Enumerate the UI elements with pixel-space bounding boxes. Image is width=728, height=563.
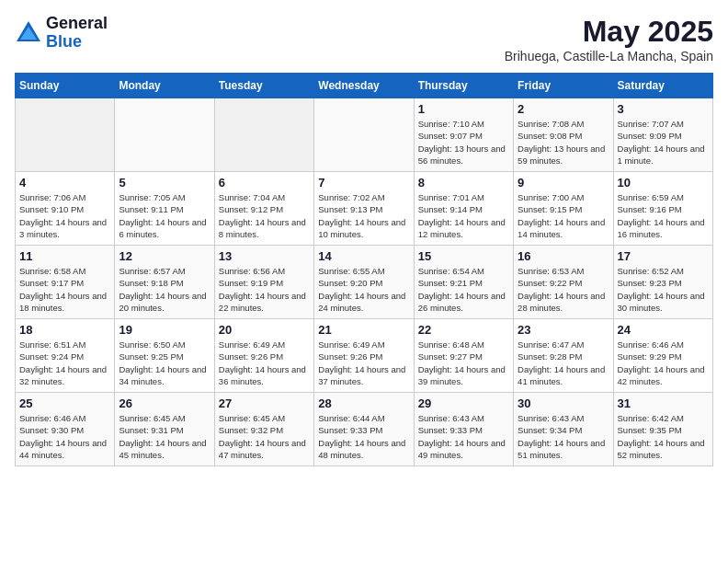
day-number: 28 [318, 396, 409, 410]
day-number: 11 [19, 249, 110, 263]
day-info: Sunrise: 6:56 AMSunset: 9:19 PMDaylight:… [219, 265, 310, 314]
day-info: Sunrise: 6:59 AMSunset: 9:16 PMDaylight:… [618, 191, 709, 240]
day-number: 12 [119, 249, 210, 263]
calendar-day-cell [314, 98, 414, 172]
calendar-day-cell: 21Sunrise: 6:49 AMSunset: 9:26 PMDayligh… [314, 319, 414, 393]
day-info: Sunrise: 6:42 AMSunset: 9:35 PMDaylight:… [618, 412, 709, 461]
calendar-week-row: 18Sunrise: 6:51 AMSunset: 9:24 PMDayligh… [16, 319, 713, 393]
day-number: 26 [119, 396, 210, 410]
day-number: 29 [418, 396, 509, 410]
day-info: Sunrise: 7:00 AMSunset: 9:15 PMDaylight:… [518, 191, 609, 240]
calendar-day-cell [214, 98, 313, 172]
calendar-day-cell: 31Sunrise: 6:42 AMSunset: 9:35 PMDayligh… [613, 393, 712, 466]
calendar-day-cell: 18Sunrise: 6:51 AMSunset: 9:24 PMDayligh… [16, 319, 115, 393]
day-info: Sunrise: 6:46 AMSunset: 9:29 PMDaylight:… [618, 339, 709, 387]
calendar-day-cell: 16Sunrise: 6:53 AMSunset: 9:22 PMDayligh… [514, 246, 613, 319]
calendar-day-cell [115, 98, 214, 172]
calendar-table: SundayMondayTuesdayWednesdayThursdayFrid… [15, 73, 713, 466]
day-info: Sunrise: 7:10 AMSunset: 9:07 PMDaylight:… [418, 118, 509, 167]
day-info: Sunrise: 6:44 AMSunset: 9:33 PMDaylight:… [318, 412, 409, 461]
calendar-week-row: 11Sunrise: 6:58 AMSunset: 9:17 PMDayligh… [16, 246, 713, 319]
day-header: Sunday [16, 74, 115, 98]
day-info: Sunrise: 6:58 AMSunset: 9:17 PMDaylight:… [19, 265, 110, 314]
day-number: 22 [418, 323, 509, 337]
day-info: Sunrise: 6:45 AMSunset: 9:32 PMDaylight:… [219, 412, 310, 461]
day-info: Sunrise: 6:57 AMSunset: 9:18 PMDaylight:… [119, 265, 210, 314]
day-number: 25 [19, 396, 110, 410]
day-info: Sunrise: 7:05 AMSunset: 9:11 PMDaylight:… [119, 191, 210, 240]
day-header: Tuesday [214, 74, 313, 98]
day-number: 4 [19, 176, 110, 190]
calendar-week-row: 1Sunrise: 7:10 AMSunset: 9:07 PMDaylight… [16, 98, 713, 172]
calendar-day-cell: 7Sunrise: 7:02 AMSunset: 9:13 PMDaylight… [314, 172, 414, 246]
calendar-day-cell: 9Sunrise: 7:00 AMSunset: 9:15 PMDaylight… [514, 172, 613, 246]
day-info: Sunrise: 7:02 AMSunset: 9:13 PMDaylight:… [318, 191, 409, 240]
day-header: Wednesday [314, 74, 414, 98]
calendar-day-cell: 3Sunrise: 7:07 AMSunset: 9:09 PMDaylight… [613, 98, 712, 172]
calendar-week-row: 25Sunrise: 6:46 AMSunset: 9:30 PMDayligh… [16, 393, 713, 466]
day-info: Sunrise: 6:46 AMSunset: 9:30 PMDaylight:… [19, 412, 110, 461]
calendar-day-cell: 14Sunrise: 6:55 AMSunset: 9:20 PMDayligh… [314, 246, 414, 319]
calendar-day-cell: 26Sunrise: 6:45 AMSunset: 9:31 PMDayligh… [115, 393, 214, 466]
calendar-day-cell: 17Sunrise: 6:52 AMSunset: 9:23 PMDayligh… [613, 246, 712, 319]
day-info: Sunrise: 6:51 AMSunset: 9:24 PMDaylight:… [19, 339, 110, 387]
day-number: 14 [318, 249, 409, 263]
day-number: 31 [618, 396, 709, 410]
calendar-day-cell: 23Sunrise: 6:47 AMSunset: 9:28 PMDayligh… [514, 319, 613, 393]
day-number: 3 [618, 102, 709, 116]
day-info: Sunrise: 6:54 AMSunset: 9:21 PMDaylight:… [418, 265, 509, 314]
day-number: 17 [618, 249, 709, 263]
day-number: 5 [119, 176, 210, 190]
logo-general: General [46, 15, 108, 33]
calendar-day-cell: 29Sunrise: 6:43 AMSunset: 9:33 PMDayligh… [414, 393, 513, 466]
day-number: 15 [418, 249, 509, 263]
day-info: Sunrise: 6:48 AMSunset: 9:27 PMDaylight:… [418, 339, 509, 387]
day-number: 19 [119, 323, 210, 337]
calendar-day-cell: 28Sunrise: 6:44 AMSunset: 9:33 PMDayligh… [314, 393, 414, 466]
day-header: Saturday [613, 74, 712, 98]
calendar-day-cell: 30Sunrise: 6:43 AMSunset: 9:34 PMDayligh… [514, 393, 613, 466]
day-number: 21 [318, 323, 409, 337]
day-info: Sunrise: 7:06 AMSunset: 9:10 PMDaylight:… [19, 191, 110, 240]
day-info: Sunrise: 6:49 AMSunset: 9:26 PMDaylight:… [318, 339, 409, 387]
day-number: 30 [518, 396, 609, 410]
day-number: 24 [618, 323, 709, 337]
day-number: 8 [418, 176, 509, 190]
calendar-day-cell: 25Sunrise: 6:46 AMSunset: 9:30 PMDayligh… [16, 393, 115, 466]
day-info: Sunrise: 6:52 AMSunset: 9:23 PMDaylight:… [618, 265, 709, 314]
calendar-week-row: 4Sunrise: 7:06 AMSunset: 9:10 PMDaylight… [16, 172, 713, 246]
day-number: 10 [618, 176, 709, 190]
day-info: Sunrise: 6:45 AMSunset: 9:31 PMDaylight:… [119, 412, 210, 461]
title-area: May 2025 Brihuega, Castille-La Mancha, S… [505, 15, 713, 63]
calendar-day-cell: 27Sunrise: 6:45 AMSunset: 9:32 PMDayligh… [214, 393, 313, 466]
day-info: Sunrise: 7:07 AMSunset: 9:09 PMDaylight:… [618, 118, 709, 167]
day-number: 16 [518, 249, 609, 263]
calendar-day-cell: 4Sunrise: 7:06 AMSunset: 9:10 PMDaylight… [16, 172, 115, 246]
day-number: 23 [518, 323, 609, 337]
day-header: Monday [115, 74, 214, 98]
calendar-day-cell: 11Sunrise: 6:58 AMSunset: 9:17 PMDayligh… [16, 246, 115, 319]
day-info: Sunrise: 6:47 AMSunset: 9:28 PMDaylight:… [518, 339, 609, 387]
day-number: 6 [219, 176, 310, 190]
calendar-day-cell: 1Sunrise: 7:10 AMSunset: 9:07 PMDaylight… [414, 98, 513, 172]
day-number: 7 [318, 176, 409, 190]
day-header: Friday [514, 74, 613, 98]
calendar-day-cell: 8Sunrise: 7:01 AMSunset: 9:14 PMDaylight… [414, 172, 513, 246]
day-number: 27 [219, 396, 310, 410]
calendar-day-cell: 2Sunrise: 7:08 AMSunset: 9:08 PMDaylight… [514, 98, 613, 172]
day-info: Sunrise: 6:53 AMSunset: 9:22 PMDaylight:… [518, 265, 609, 314]
calendar-day-cell [16, 98, 115, 172]
day-number: 18 [19, 323, 110, 337]
calendar-day-cell: 6Sunrise: 7:04 AMSunset: 9:12 PMDaylight… [214, 172, 313, 246]
day-info: Sunrise: 7:01 AMSunset: 9:14 PMDaylight:… [418, 191, 509, 240]
day-number: 13 [219, 249, 310, 263]
day-number: 2 [518, 102, 609, 116]
calendar-day-cell: 12Sunrise: 6:57 AMSunset: 9:18 PMDayligh… [115, 246, 214, 319]
day-number: 9 [518, 176, 609, 190]
day-info: Sunrise: 6:43 AMSunset: 9:34 PMDaylight:… [518, 412, 609, 461]
logo-icon [15, 19, 42, 47]
logo: General Blue [15, 15, 108, 52]
day-info: Sunrise: 6:50 AMSunset: 9:25 PMDaylight:… [119, 339, 210, 387]
calendar-day-cell: 22Sunrise: 6:48 AMSunset: 9:27 PMDayligh… [414, 319, 513, 393]
day-info: Sunrise: 6:43 AMSunset: 9:33 PMDaylight:… [418, 412, 509, 461]
